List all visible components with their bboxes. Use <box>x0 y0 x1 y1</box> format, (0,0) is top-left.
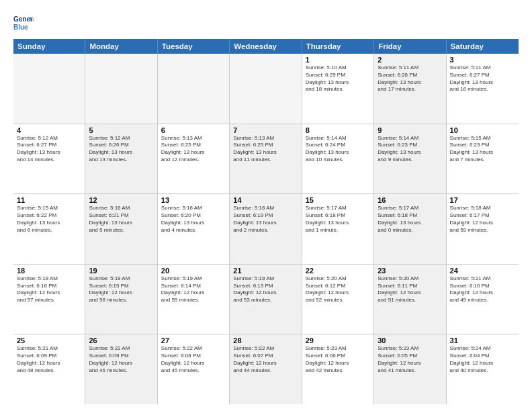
day-number: 23 <box>378 267 442 275</box>
day-details: Sunrise: 5:12 AM Sunset: 6:26 PM Dayligh… <box>89 135 153 164</box>
day-cell-27: 27Sunrise: 5:22 AM Sunset: 6:08 PM Dayli… <box>158 334 230 404</box>
day-details: Sunrise: 5:15 AM Sunset: 6:22 PM Dayligh… <box>17 205 81 234</box>
day-details: Sunrise: 5:22 AM Sunset: 6:08 PM Dayligh… <box>161 345 226 374</box>
day-details: Sunrise: 5:10 AM Sunset: 6:29 PM Dayligh… <box>306 64 370 93</box>
day-details: Sunrise: 5:12 AM Sunset: 6:27 PM Dayligh… <box>17 135 81 164</box>
day-cell-22: 22Sunrise: 5:20 AM Sunset: 6:12 PM Dayli… <box>302 265 374 334</box>
day-header-thursday: Thursday <box>302 39 374 54</box>
day-details: Sunrise: 5:20 AM Sunset: 6:12 PM Dayligh… <box>306 275 370 304</box>
day-cell-4: 4Sunrise: 5:12 AM Sunset: 6:27 PM Daylig… <box>13 124 85 194</box>
day-number: 25 <box>17 336 81 345</box>
empty-cell-0-3 <box>230 54 302 124</box>
day-number: 11 <box>17 196 81 204</box>
day-cell-24: 24Sunrise: 5:21 AM Sunset: 6:10 PM Dayli… <box>447 265 519 334</box>
day-number: 10 <box>450 126 515 134</box>
day-number: 22 <box>306 267 370 275</box>
day-details: Sunrise: 5:23 AM Sunset: 6:05 PM Dayligh… <box>378 345 442 374</box>
day-cell-23: 23Sunrise: 5:20 AM Sunset: 6:11 PM Dayli… <box>374 265 446 334</box>
day-cell-29: 29Sunrise: 5:23 AM Sunset: 6:06 PM Dayli… <box>302 334 374 404</box>
day-details: Sunrise: 5:14 AM Sunset: 6:24 PM Dayligh… <box>306 135 370 164</box>
logo: General Blue <box>13 12 36 32</box>
day-details: Sunrise: 5:16 AM Sunset: 6:21 PM Dayligh… <box>89 205 153 234</box>
day-cell-26: 26Sunrise: 5:22 AM Sunset: 6:09 PM Dayli… <box>85 334 157 404</box>
day-number: 7 <box>233 126 298 134</box>
day-number: 4 <box>17 126 81 134</box>
day-cell-15: 15Sunrise: 5:17 AM Sunset: 6:18 PM Dayli… <box>302 194 374 264</box>
day-cell-21: 21Sunrise: 5:19 AM Sunset: 6:13 PM Dayli… <box>230 265 302 334</box>
day-cell-9: 9Sunrise: 5:14 AM Sunset: 6:23 PM Daylig… <box>374 124 446 194</box>
day-details: Sunrise: 5:11 AM Sunset: 6:28 PM Dayligh… <box>378 64 442 93</box>
empty-cell-0-1 <box>85 54 157 124</box>
day-cell-28: 28Sunrise: 5:22 AM Sunset: 6:07 PM Dayli… <box>230 334 302 404</box>
day-cell-1: 1Sunrise: 5:10 AM Sunset: 6:29 PM Daylig… <box>302 54 374 124</box>
day-details: Sunrise: 5:15 AM Sunset: 6:23 PM Dayligh… <box>450 135 515 164</box>
day-cell-18: 18Sunrise: 5:18 AM Sunset: 6:16 PM Dayli… <box>13 265 85 334</box>
day-number: 17 <box>450 196 515 204</box>
day-cell-13: 13Sunrise: 5:16 AM Sunset: 6:20 PM Dayli… <box>158 194 230 264</box>
day-details: Sunrise: 5:13 AM Sunset: 6:25 PM Dayligh… <box>161 135 226 164</box>
day-cell-6: 6Sunrise: 5:13 AM Sunset: 6:25 PM Daylig… <box>158 124 230 194</box>
day-number: 24 <box>450 267 515 275</box>
day-number: 21 <box>233 267 298 275</box>
calendar-row-2: 11Sunrise: 5:15 AM Sunset: 6:22 PM Dayli… <box>13 194 519 265</box>
calendar-row-0: 1Sunrise: 5:10 AM Sunset: 6:29 PM Daylig… <box>13 54 519 124</box>
day-number: 3 <box>450 56 515 64</box>
day-number: 18 <box>17 267 81 275</box>
day-number: 28 <box>233 336 298 345</box>
day-cell-12: 12Sunrise: 5:16 AM Sunset: 6:21 PM Dayli… <box>85 194 157 264</box>
day-cell-25: 25Sunrise: 5:21 AM Sunset: 6:09 PM Dayli… <box>13 334 85 404</box>
day-details: Sunrise: 5:20 AM Sunset: 6:11 PM Dayligh… <box>378 275 442 304</box>
day-number: 16 <box>378 196 442 204</box>
day-details: Sunrise: 5:18 AM Sunset: 6:17 PM Dayligh… <box>450 205 515 234</box>
day-number: 1 <box>306 56 370 64</box>
day-number: 6 <box>161 126 226 134</box>
day-cell-2: 2Sunrise: 5:11 AM Sunset: 6:28 PM Daylig… <box>374 54 446 124</box>
day-details: Sunrise: 5:18 AM Sunset: 6:16 PM Dayligh… <box>17 275 81 304</box>
day-number: 15 <box>306 196 370 204</box>
day-number: 9 <box>378 126 442 134</box>
empty-cell-0-0 <box>13 54 85 124</box>
day-cell-19: 19Sunrise: 5:19 AM Sunset: 6:15 PM Dayli… <box>85 265 157 334</box>
day-details: Sunrise: 5:21 AM Sunset: 6:09 PM Dayligh… <box>17 345 81 374</box>
day-number: 14 <box>233 196 298 204</box>
day-number: 31 <box>450 336 515 345</box>
day-number: 13 <box>161 196 226 204</box>
day-number: 20 <box>161 267 226 275</box>
calendar-page: General Blue SundayMondayTuesdayWednesda… <box>0 0 532 411</box>
calendar-row-4: 25Sunrise: 5:21 AM Sunset: 6:09 PM Dayli… <box>13 334 519 404</box>
day-cell-14: 14Sunrise: 5:16 AM Sunset: 6:19 PM Dayli… <box>230 194 302 264</box>
day-header-sunday: Sunday <box>13 39 85 54</box>
day-details: Sunrise: 5:19 AM Sunset: 6:15 PM Dayligh… <box>89 275 153 304</box>
day-cell-7: 7Sunrise: 5:13 AM Sunset: 6:25 PM Daylig… <box>230 124 302 194</box>
calendar: SundayMondayTuesdayWednesdayThursdayFrid… <box>13 39 519 404</box>
day-details: Sunrise: 5:14 AM Sunset: 6:23 PM Dayligh… <box>378 135 442 164</box>
day-details: Sunrise: 5:16 AM Sunset: 6:19 PM Dayligh… <box>233 205 298 234</box>
day-number: 8 <box>306 126 370 134</box>
day-details: Sunrise: 5:19 AM Sunset: 6:13 PM Dayligh… <box>233 275 298 304</box>
day-number: 30 <box>378 336 442 345</box>
day-details: Sunrise: 5:22 AM Sunset: 6:07 PM Dayligh… <box>233 345 298 374</box>
empty-cell-0-2 <box>158 54 230 124</box>
svg-text:Blue: Blue <box>13 24 28 31</box>
day-number: 12 <box>89 196 153 204</box>
header: General Blue <box>13 12 519 32</box>
day-header-monday: Monday <box>85 39 157 54</box>
day-details: Sunrise: 5:11 AM Sunset: 6:27 PM Dayligh… <box>450 64 515 93</box>
day-header-tuesday: Tuesday <box>158 39 230 54</box>
day-number: 2 <box>378 56 442 64</box>
day-details: Sunrise: 5:21 AM Sunset: 6:10 PM Dayligh… <box>450 275 515 304</box>
day-cell-17: 17Sunrise: 5:18 AM Sunset: 6:17 PM Dayli… <box>447 194 519 264</box>
calendar-body: 1Sunrise: 5:10 AM Sunset: 6:29 PM Daylig… <box>13 54 519 404</box>
day-cell-11: 11Sunrise: 5:15 AM Sunset: 6:22 PM Dayli… <box>13 194 85 264</box>
day-header-friday: Friday <box>374 39 446 54</box>
day-cell-16: 16Sunrise: 5:17 AM Sunset: 6:18 PM Dayli… <box>374 194 446 264</box>
day-details: Sunrise: 5:22 AM Sunset: 6:09 PM Dayligh… <box>89 345 153 374</box>
day-number: 5 <box>89 126 153 134</box>
day-number: 19 <box>89 267 153 275</box>
day-cell-10: 10Sunrise: 5:15 AM Sunset: 6:23 PM Dayli… <box>447 124 519 194</box>
day-details: Sunrise: 5:19 AM Sunset: 6:14 PM Dayligh… <box>161 275 226 304</box>
calendar-row-3: 18Sunrise: 5:18 AM Sunset: 6:16 PM Dayli… <box>13 265 519 335</box>
logo-icon: General Blue <box>13 12 34 32</box>
day-details: Sunrise: 5:13 AM Sunset: 6:25 PM Dayligh… <box>233 135 298 164</box>
calendar-row-1: 4Sunrise: 5:12 AM Sunset: 6:27 PM Daylig… <box>13 124 519 195</box>
